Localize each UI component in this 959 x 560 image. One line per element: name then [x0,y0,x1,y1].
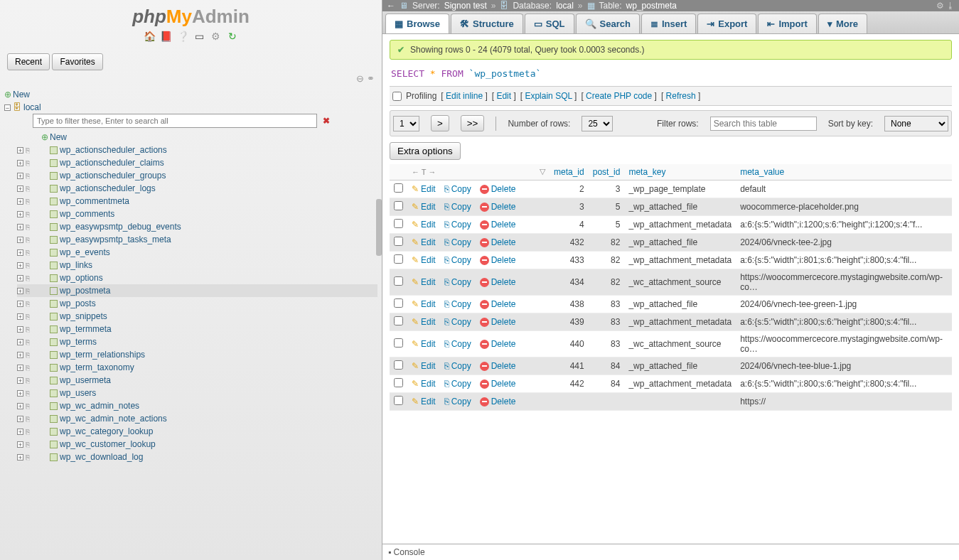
row-copy-link[interactable]: ⎘Copy [444,299,471,309]
table-node[interactable]: +⎘wp_wc_admin_note_actions [17,412,377,425]
last-page-button[interactable]: >> [461,115,485,131]
table-node[interactable]: +⎘wp_comments [17,208,377,220]
page-select[interactable]: 1 [393,116,419,131]
sort-desc-icon[interactable]: ▽ [540,167,545,176]
reload-icon[interactable]: ↻ [227,31,238,42]
extra-options-button[interactable]: Extra options [390,142,461,160]
column-meta_value[interactable]: meta_value [736,164,952,181]
row-copy-link[interactable]: ⎘Copy [444,361,471,371]
sort-arrows-icon[interactable]: ← T → [412,168,436,176]
tab-import[interactable]: ⇤Import [758,14,816,33]
expand-toggle-icon[interactable]: + [17,390,23,397]
table-node[interactable]: +⎘wp_easywpsmtp_tasks_meta [17,233,377,246]
clear-filter-icon[interactable]: ✖ [323,116,330,126]
filter-rows-input[interactable] [710,117,817,131]
table-node[interactable]: +⎘wp_term_relationships [17,348,377,361]
expand-toggle-icon[interactable]: + [17,441,23,448]
collapse-toggle-icon[interactable]: − [4,104,11,111]
explain-sql-link[interactable]: Explain SQL [525,91,572,101]
column-post_id[interactable]: post_id [589,164,625,181]
sql-icon[interactable]: ▭ [193,31,205,42]
row-delete-link[interactable]: Delete [480,202,516,212]
table-node[interactable]: +⎘wp_actionscheduler_groups [17,169,377,182]
column-meta_id[interactable]: meta_id [550,164,589,181]
expand-toggle-icon[interactable]: + [17,249,23,256]
table-link[interactable]: wp_postmeta [626,1,677,11]
row-edit-link[interactable]: ✎Edit [412,361,436,371]
row-copy-link[interactable]: ⎘Copy [444,184,471,194]
row-copy-link[interactable]: ⎘Copy [444,255,471,265]
collapse-icon[interactable]: ⊖ [356,73,364,84]
link-icon[interactable]: ⚭ [367,73,375,84]
rows-select[interactable]: 25 [582,116,613,131]
table-node[interactable]: +⎘wp_users [17,387,377,399]
gear-icon[interactable]: ⚙ [210,31,222,42]
new-db-link[interactable]: ⊕New [4,88,377,101]
row-checkbox[interactable] [394,298,403,308]
expand-toggle-icon[interactable]: + [17,454,23,461]
table-node[interactable]: +⎘wp_wc_customer_lookup [17,438,377,451]
create-php-link[interactable]: Create PHP code [586,91,652,101]
row-edit-link[interactable]: ✎Edit [412,202,436,212]
row-edit-link[interactable]: ✎Edit [412,255,436,265]
row-copy-link[interactable]: ⎘Copy [444,379,471,389]
expand-toggle-icon[interactable]: + [17,173,23,179]
expand-toggle-icon[interactable]: + [17,211,23,217]
row-edit-link[interactable]: ✎Edit [412,277,436,287]
row-edit-link[interactable]: ✎Edit [412,220,436,230]
expand-toggle-icon[interactable]: + [17,429,23,435]
expand-toggle-icon[interactable]: + [17,313,23,320]
server-link[interactable]: Signon test [444,1,487,11]
row-delete-link[interactable]: Delete [480,220,516,230]
expand-toggle-icon[interactable]: + [17,301,23,307]
table-node[interactable]: +⎘wp_snippets [17,310,377,323]
expand-toggle-icon[interactable]: + [17,185,23,192]
table-node[interactable]: +⎘wp_actionscheduler_logs [17,182,377,195]
row-delete-link[interactable]: Delete [480,299,516,309]
expand-toggle-icon[interactable]: + [17,237,23,243]
table-node[interactable]: +⎘wp_e_events [17,246,377,259]
sort-select[interactable]: None [884,116,948,131]
table-node[interactable]: +⎘wp_termmeta [17,323,377,335]
help-icon[interactable]: ❔ [177,31,188,42]
row-delete-link[interactable]: Delete [480,397,516,406]
table-node[interactable]: +⎘wp_postmeta [17,284,377,297]
row-copy-link[interactable]: ⎘Copy [444,202,471,212]
tab-insert[interactable]: ≣Insert [641,14,696,33]
row-edit-link[interactable]: ✎Edit [412,379,436,389]
row-checkbox[interactable] [394,183,403,193]
row-delete-link[interactable]: Delete [480,255,516,265]
row-checkbox[interactable] [394,378,403,387]
expand-toggle-icon[interactable]: + [17,339,23,345]
db-link[interactable]: local [556,1,574,11]
row-delete-link[interactable]: Delete [480,277,516,287]
row-checkbox[interactable] [394,396,403,405]
tab-browse[interactable]: ▦Browse [385,14,449,33]
db-node[interactable]: −🗄local ✖ ⊕New+⎘wp_actionscheduler_actio… [4,101,377,465]
table-node[interactable]: +⎘wp_actionscheduler_claims [17,156,377,169]
expand-toggle-icon[interactable]: + [17,224,23,230]
expand-toggle-icon[interactable]: + [17,352,23,358]
tab-sql[interactable]: ▭SQL [525,14,574,33]
row-delete-link[interactable]: Delete [480,339,516,349]
row-copy-link[interactable]: ⎘Copy [444,397,471,406]
row-copy-link[interactable]: ⎘Copy [444,220,471,230]
row-checkbox[interactable] [394,276,403,286]
expand-toggle-icon[interactable]: + [17,275,23,281]
expand-toggle-icon[interactable]: + [17,198,23,205]
row-checkbox[interactable] [394,219,403,228]
sidebar-scrollbar[interactable] [376,199,382,256]
expand-toggle-icon[interactable]: + [17,288,23,294]
table-node[interactable]: +⎘wp_links [17,259,377,271]
table-node[interactable]: +⎘wp_usermeta [17,374,377,387]
row-checkbox[interactable] [394,201,403,210]
table-node[interactable]: +⎘wp_actionscheduler_actions [17,144,377,156]
row-checkbox[interactable] [394,338,403,348]
row-copy-link[interactable]: ⎘Copy [444,277,471,287]
row-edit-link[interactable]: ✎Edit [412,237,436,247]
row-delete-link[interactable]: Delete [480,317,516,327]
expand-toggle-icon[interactable]: + [17,403,23,409]
nav-toggle-icon[interactable]: ← [387,1,395,11]
table-node[interactable]: +⎘wp_wc_download_log [17,451,377,463]
tab-export[interactable]: ⇥Export [697,14,756,33]
